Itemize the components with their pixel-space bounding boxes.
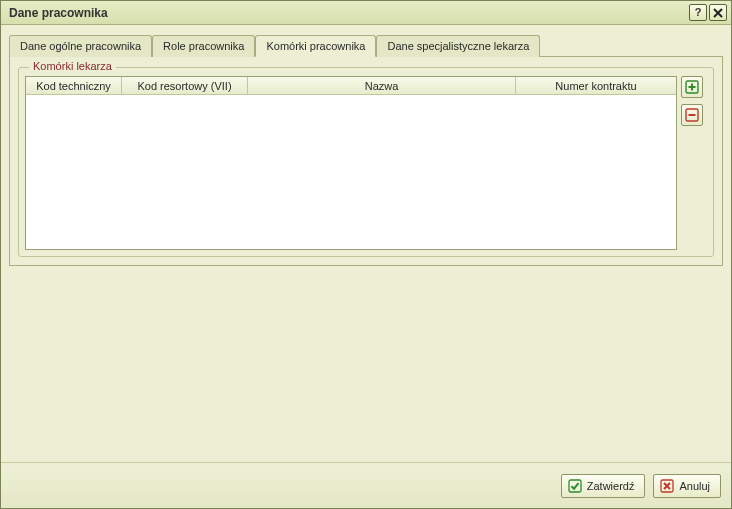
col-label: Numer kontraktu xyxy=(555,80,636,92)
group-komorki-lekarza: Komórki lekarza Kod techniczny Kod resor… xyxy=(18,67,714,257)
col-nazwa[interactable]: Nazwa xyxy=(248,77,516,94)
col-kod-techniczny[interactable]: Kod techniczny xyxy=(26,77,122,94)
tab-label: Dane ogólne pracownika xyxy=(20,40,141,52)
tab-row: Dane ogólne pracownika Role pracownika K… xyxy=(9,35,723,56)
tab-dane-specjalistyczne[interactable]: Dane specjalistyczne lekarza xyxy=(376,35,540,57)
table-body[interactable] xyxy=(26,95,676,249)
col-label: Nazwa xyxy=(365,80,399,92)
tab-komorki[interactable]: Komórki pracownika xyxy=(255,35,376,57)
cancel-button[interactable]: Anuluj xyxy=(653,474,721,498)
add-button[interactable] xyxy=(681,76,703,98)
button-label: Zatwierdź xyxy=(587,480,635,492)
side-buttons xyxy=(681,76,707,250)
tab-role[interactable]: Role pracownika xyxy=(152,35,255,57)
window: Dane pracownika ? Dane ogólne pracownika… xyxy=(0,0,732,509)
tab-label: Komórki pracownika xyxy=(266,40,365,52)
check-icon xyxy=(568,479,582,493)
titlebar: Dane pracownika ? xyxy=(1,1,731,25)
help-button[interactable]: ? xyxy=(689,4,707,21)
col-kod-resortowy[interactable]: Kod resortowy (VII) xyxy=(122,77,248,94)
tab-page: Komórki lekarza Kod techniczny Kod resor… xyxy=(9,56,723,266)
close-button[interactable] xyxy=(709,4,727,21)
minus-icon xyxy=(685,108,699,122)
footer: Zatwierdź Anuluj xyxy=(1,462,731,508)
group-legend: Komórki lekarza xyxy=(29,60,116,72)
svg-text:?: ? xyxy=(695,7,702,18)
window-title: Dane pracownika xyxy=(9,6,687,20)
tab-dane-ogolne[interactable]: Dane ogólne pracownika xyxy=(9,35,152,57)
group-inner: Kod techniczny Kod resortowy (VII) Nazwa… xyxy=(25,76,707,250)
col-label: Kod resortowy (VII) xyxy=(137,80,231,92)
client-area: Dane ogólne pracownika Role pracownika K… xyxy=(1,25,731,462)
col-label: Kod techniczny xyxy=(36,80,111,92)
tab-label: Dane specjalistyczne lekarza xyxy=(387,40,529,52)
col-numer-kontraktu[interactable]: Numer kontraktu xyxy=(516,77,676,94)
plus-icon xyxy=(685,80,699,94)
x-icon xyxy=(660,479,674,493)
confirm-button[interactable]: Zatwierdź xyxy=(561,474,646,498)
spacer xyxy=(9,266,723,462)
table-header: Kod techniczny Kod resortowy (VII) Nazwa… xyxy=(26,77,676,95)
remove-button[interactable] xyxy=(681,104,703,126)
tab-label: Role pracownika xyxy=(163,40,244,52)
button-label: Anuluj xyxy=(679,480,710,492)
table: Kod techniczny Kod resortowy (VII) Nazwa… xyxy=(25,76,677,250)
